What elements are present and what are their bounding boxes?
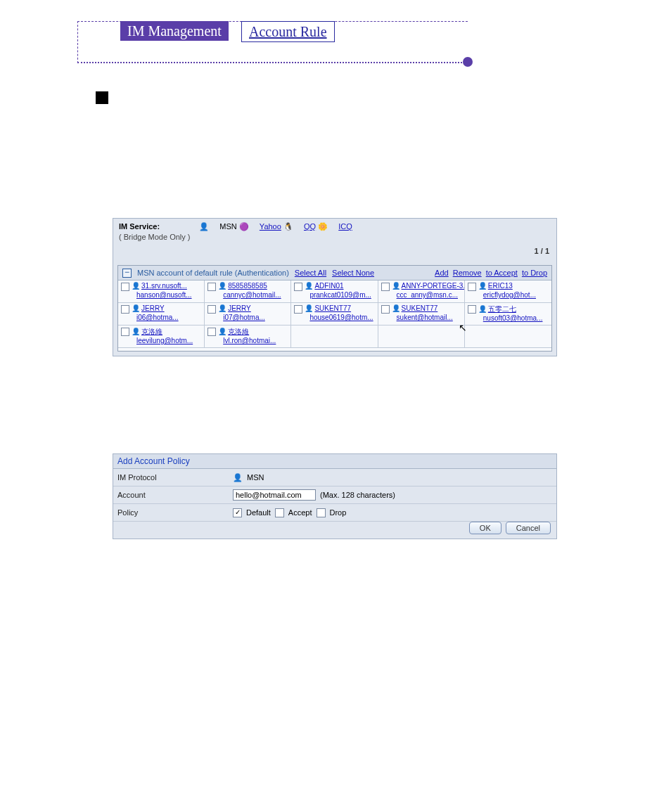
account-cell	[465, 326, 551, 348]
user-icon: 👤	[132, 328, 140, 335]
collapse-icon[interactable]: −	[122, 269, 132, 278]
im-service-label: IM Service:	[119, 222, 160, 231]
account-mail-link[interactable]: leevilung@hotm...	[136, 337, 193, 344]
account-checkbox[interactable]	[294, 305, 302, 314]
remove-link[interactable]: Remove	[453, 269, 482, 277]
account-label: Account	[117, 491, 230, 499]
pager: 1 / 1	[535, 247, 549, 255]
account-mail-link[interactable]: sukent@hotmail...	[397, 314, 453, 321]
account-checkbox[interactable]	[468, 305, 476, 314]
yahoo-icon: 🟣	[239, 222, 249, 231]
account-mail-link[interactable]: lvl.ron@hotmai...	[223, 337, 276, 344]
account-cell: 👤五零二七nusoft03@hotma...	[465, 303, 551, 326]
account-name-link[interactable]: ANNY-PORTEGE-3...	[402, 282, 465, 290]
ok-button[interactable]: OK	[469, 522, 501, 534]
account-mail-link[interactable]: ericflydog@hot...	[483, 291, 536, 299]
icq-icon: 🌼	[318, 222, 328, 231]
account-cell	[291, 326, 378, 348]
account-grid-header: − MSN account of default rule (Authentic…	[118, 266, 551, 281]
user-icon: 👤	[478, 305, 487, 313]
account-checkbox[interactable]	[207, 305, 216, 314]
account-checkbox[interactable]	[294, 283, 302, 291]
protocol-label: IM Protocol	[117, 473, 230, 482]
user-icon: 👤	[218, 304, 226, 312]
breadcrumb-main: IM Management	[120, 21, 229, 41]
to-accept-link[interactable]: to Accept	[486, 269, 518, 277]
account-name-link[interactable]: 五零二七	[488, 305, 516, 313]
account-cell: 👤JERRYi06@hotma...	[118, 303, 205, 326]
account-cell: 👤31.srv.nusoft...hanson@nusoft...	[118, 281, 205, 303]
policy-default-label: Default	[246, 508, 271, 517]
policy-drop-checkbox[interactable]	[317, 508, 326, 517]
account-mail-link[interactable]: nusoft03@hotma...	[483, 314, 543, 322]
account-cell: 👤克洛維leevilung@hotm...	[118, 326, 205, 348]
account-checkbox[interactable]	[207, 328, 216, 336]
select-all-link[interactable]: Select All	[295, 269, 326, 277]
cancel-button[interactable]: Cancel	[506, 522, 551, 534]
account-checkbox[interactable]	[121, 328, 129, 336]
account-hint: (Max. 128 characters)	[320, 491, 395, 499]
account-grid-title: MSN account of default rule (Authenticat…	[137, 269, 289, 277]
account-grid: − MSN account of default rule (Authentic…	[117, 265, 552, 352]
add-link[interactable]: Add	[435, 269, 449, 277]
account-cell: 👤SUKENT77house0619@hotm...	[291, 303, 378, 326]
user-icon: 👤	[305, 304, 313, 312]
user-icon: 👤	[132, 304, 140, 312]
account-name-link[interactable]: 克洛維	[228, 328, 249, 335]
account-mail-link[interactable]: prankcat0109@m...	[309, 291, 371, 299]
service-icq[interactable]: ICQ	[338, 222, 352, 231]
service-yahoo[interactable]: Yahoo	[260, 222, 281, 231]
account-name-link[interactable]: 克洛維	[141, 328, 162, 335]
msn-icon-small: 👤	[233, 473, 243, 482]
account-mail-link[interactable]: hanson@nusoft...	[136, 291, 192, 299]
account-cell: 👤SUKENT77sukent@hotmail...	[378, 303, 465, 326]
account-name-link[interactable]: 8585858585	[228, 282, 267, 290]
account-checkbox[interactable]	[207, 283, 216, 291]
qq-icon: 🐧	[283, 222, 293, 231]
account-rule-panel: IM Service: 👤 MSN 🟣 Yahoo 🐧 QQ 🌼 ICQ ( B…	[113, 218, 557, 356]
account-name-link[interactable]: ERIC13	[488, 282, 513, 290]
policy-default-checkbox[interactable]	[233, 508, 242, 517]
account-name-link[interactable]: ADFIN01	[314, 282, 343, 290]
user-icon: 👤	[478, 282, 487, 290]
account-name-link[interactable]: 31.srv.nusoft...	[141, 282, 187, 290]
msn-icon: 👤	[199, 222, 209, 231]
account-cell: 👤ERIC13ericflydog@hot...	[465, 281, 551, 303]
user-icon: 👤	[218, 328, 226, 335]
account-checkbox[interactable]	[468, 283, 476, 291]
account-name-link[interactable]: SUKENT77	[314, 304, 351, 312]
bullet-square-icon	[96, 91, 108, 104]
add-policy-title: Add Account Policy	[113, 454, 556, 469]
policy-drop-label: Drop	[330, 508, 347, 517]
account-checkbox[interactable]	[381, 283, 390, 291]
account-mail-link[interactable]: ccc_anny@msn.c...	[397, 291, 458, 299]
account-name-link[interactable]: SUKENT77	[402, 304, 438, 312]
account-checkbox[interactable]	[381, 305, 390, 314]
select-none-link[interactable]: Select None	[332, 269, 374, 277]
user-icon: 👤	[305, 282, 313, 290]
policy-label: Policy	[117, 508, 230, 517]
account-mail-link[interactable]: i07@hotma...	[223, 314, 265, 321]
breadcrumb-endpoint-dot	[463, 57, 473, 67]
account-input[interactable]	[233, 489, 316, 501]
service-qq[interactable]: QQ	[304, 222, 316, 231]
account-cell	[378, 326, 465, 348]
breadcrumb: IM Management Account Rule	[77, 21, 468, 63]
account-cell: 👤JERRYi07@hotma...	[205, 303, 291, 326]
account-name-link[interactable]: JERRY	[228, 304, 251, 312]
to-drop-link[interactable]: to Drop	[522, 269, 547, 277]
account-cell: 👤ANNY-PORTEGE-3...ccc_anny@msn.c...	[378, 281, 465, 303]
account-mail-link[interactable]: cannyc@hotmail...	[223, 291, 281, 299]
account-checkbox[interactable]	[121, 283, 129, 291]
policy-accept-checkbox[interactable]	[275, 508, 284, 517]
breadcrumb-sub[interactable]: Account Rule	[241, 21, 335, 42]
cursor-icon: ↖	[459, 322, 467, 333]
user-icon: 👤	[218, 282, 226, 290]
account-name-link[interactable]: JERRY	[141, 304, 165, 312]
account-mail-link[interactable]: house0619@hotm...	[309, 314, 373, 321]
user-icon: 👤	[132, 282, 140, 290]
account-checkbox[interactable]	[121, 305, 129, 314]
account-mail-link[interactable]: i06@hotma...	[136, 314, 179, 321]
service-msn[interactable]: MSN	[219, 222, 236, 231]
user-icon: 👤	[392, 282, 400, 290]
